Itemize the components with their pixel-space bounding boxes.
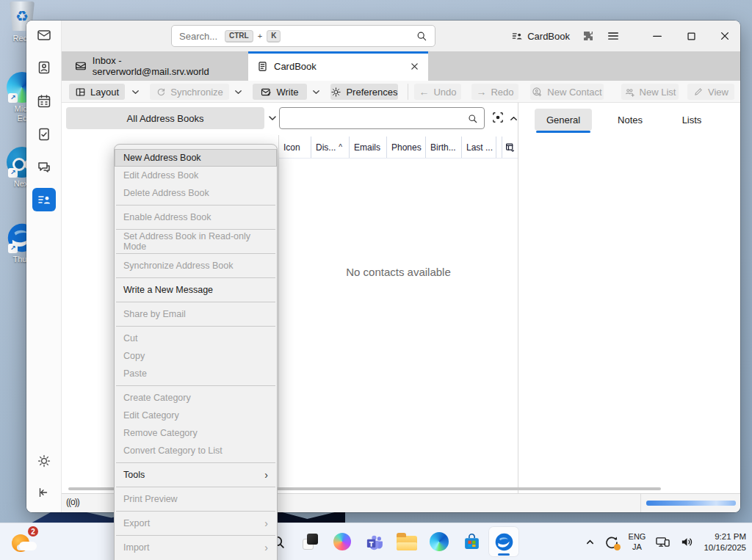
minimize-button[interactable] (646, 25, 668, 47)
redo-button[interactable]: → Redo (471, 84, 518, 100)
tray-chevron-up-icon[interactable] (585, 537, 595, 547)
synchronize-button[interactable]: Synchronize (150, 84, 229, 100)
notification-badge: 2 (26, 525, 40, 538)
addressbook-space-button[interactable] (37, 60, 51, 75)
write-button[interactable]: Write (253, 84, 307, 100)
menu-separator (116, 535, 275, 536)
edge-button[interactable] (424, 527, 454, 556)
view-button[interactable]: View (687, 84, 734, 100)
menu-separator (116, 462, 275, 463)
preferences-button[interactable]: Preferences (330, 84, 398, 100)
update-sync-tray-icon[interactable] (604, 535, 619, 550)
menu-item-remove-category[interactable]: Remove Category (115, 424, 277, 442)
global-search-input[interactable]: Search... CTRL + K (171, 25, 435, 47)
layout-dropdown-chevron-icon[interactable] (131, 87, 140, 97)
column-header-last[interactable]: Last ... (462, 137, 496, 158)
progress-bar (646, 501, 736, 506)
menu-item-delete-address-book[interactable]: Delete Address Book (115, 184, 277, 202)
network-display-tray-icon[interactable] (655, 535, 670, 549)
column-picker-button[interactable] (502, 137, 518, 158)
thunderbird-button-active[interactable] (489, 527, 518, 556)
column-header-icon[interactable]: Icon (279, 137, 311, 158)
detail-tab-notes[interactable]: Notes (612, 109, 648, 131)
column-header-birthday[interactable]: Birth... (426, 137, 462, 158)
detail-tab-general[interactable]: General (535, 109, 592, 131)
cardbook-icon (511, 30, 523, 42)
menu-item-copy[interactable]: Copy (115, 347, 277, 365)
search-scope-icon[interactable] (492, 112, 504, 123)
menu-item-new-address-book[interactable]: New Address Book (115, 149, 277, 167)
weather-widget[interactable]: 2 (10, 527, 43, 556)
menu-item-set-read-only[interactable]: Set Address Book in Read-only Mode (115, 233, 277, 250)
menu-item-share-by-email[interactable]: Share by Email (115, 305, 277, 323)
calendar-space-button[interactable] (37, 94, 51, 109)
kbd-k: K (267, 30, 281, 43)
copilot-icon (333, 533, 351, 550)
new-contact-button[interactable]: New Contact (530, 84, 604, 100)
microsoft-store-button[interactable] (457, 527, 486, 556)
tab-cardbook-active[interactable]: CardBook (248, 51, 428, 81)
undo-arrow-icon: ← (419, 87, 429, 97)
menu-item-paste[interactable]: Paste (115, 365, 277, 382)
calendar-icon (37, 94, 51, 109)
menu-item-convert-category-to-list[interactable]: Convert Category to List (115, 442, 277, 459)
app-menu-hamburger-icon[interactable] (607, 29, 620, 43)
spaces-settings-button[interactable] (37, 454, 51, 468)
menu-item-edit-address-book[interactable]: Edit Address Book (115, 167, 277, 184)
extensions-puzzle-icon[interactable] (582, 29, 595, 43)
menu-item-import[interactable]: Import› (115, 539, 277, 556)
pencil-icon (693, 87, 704, 97)
new-list-button[interactable]: New List (621, 84, 679, 100)
volume-tray-icon[interactable] (680, 535, 694, 549)
task-view-button[interactable] (295, 527, 325, 556)
chat-icon (37, 160, 51, 175)
windows-taskbar: 2 (0, 523, 752, 560)
column-picker-icon (505, 142, 515, 152)
teams-button[interactable] (360, 527, 389, 556)
layout-button[interactable]: Layout (69, 84, 125, 100)
maximize-button[interactable] (680, 25, 702, 47)
clock[interactable]: 9:21 PM 10/16/2025 (704, 531, 746, 553)
copilot-button[interactable] (328, 527, 357, 556)
tab-inbox[interactable]: Inbox - serverworld@mail.srv.world (66, 51, 248, 81)
column-header-display-name[interactable]: Dis...^ (311, 137, 350, 158)
edge-icon (430, 532, 449, 551)
close-tab-icon[interactable] (410, 62, 419, 71)
collapse-left-icon (37, 486, 50, 499)
collapse-spaces-button[interactable] (37, 486, 51, 501)
chat-space-button[interactable] (37, 160, 51, 175)
column-header-emails[interactable]: Emails (350, 137, 387, 158)
menu-item-export[interactable]: Export› (115, 514, 277, 532)
contacts-search-input[interactable] (279, 107, 485, 129)
language-indicator[interactable]: ENG JA (629, 532, 646, 551)
write-dropdown-chevron-icon[interactable] (311, 87, 321, 97)
close-button[interactable] (714, 25, 736, 47)
pane-divider[interactable] (278, 135, 279, 487)
detail-tab-lists[interactable]: Lists (674, 109, 709, 131)
menu-item-create-category[interactable]: Create Category (115, 389, 277, 407)
tasks-space-button[interactable] (37, 127, 51, 142)
synchronize-dropdown-chevron-icon[interactable] (234, 87, 243, 97)
address-book-icon (37, 60, 51, 75)
menu-item-tools[interactable]: Tools› (115, 466, 277, 484)
addressbooks-dropdown[interactable]: All Address Books (66, 107, 264, 129)
microsoft-store-icon (463, 533, 481, 551)
addressbooks-dropdown-chevron-icon[interactable] (267, 113, 278, 123)
sync-icon (156, 87, 166, 97)
shortcut-arrow-icon: ↗ (8, 168, 18, 178)
menu-item-print-preview[interactable]: Print Preview (115, 490, 277, 508)
undo-button[interactable]: ← Undo (414, 84, 461, 100)
gear-icon (37, 454, 51, 468)
pane-divider[interactable] (518, 103, 518, 493)
menu-item-write-new-message[interactable]: Write a New Message (115, 281, 277, 299)
menu-item-enable-address-book[interactable]: Enable Address Book (115, 208, 277, 226)
column-header-phones[interactable]: Phones (387, 137, 426, 158)
file-explorer-button[interactable] (392, 527, 422, 556)
menu-item-cut[interactable]: Cut (115, 330, 277, 347)
menu-item-edit-category[interactable]: Edit Category (115, 407, 277, 424)
cardbook-space-button[interactable] (32, 188, 56, 211)
menu-item-synchronize-address-book[interactable]: Synchronize Address Book (115, 257, 277, 274)
tasks-icon (37, 127, 51, 142)
mail-space-button[interactable] (37, 28, 51, 43)
menu-separator (116, 277, 275, 278)
